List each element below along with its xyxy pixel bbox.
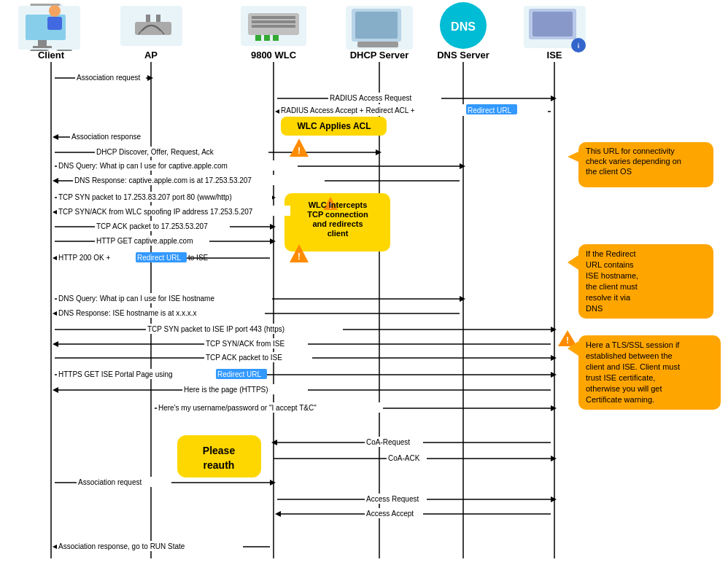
svg-text:!: ! xyxy=(298,252,301,262)
svg-rect-6 xyxy=(47,17,62,30)
svg-text:TCP ACK packet to 17.253.53.20: TCP ACK packet to 17.253.53.207 xyxy=(96,222,208,230)
svg-text:Redirect URL: Redirect URL xyxy=(137,254,181,262)
svg-rect-27 xyxy=(533,12,573,36)
svg-text:trust ISE certificate,: trust ISE certificate, xyxy=(586,373,655,382)
svg-text:Here a TLS/SSL session if: Here a TLS/SSL session if xyxy=(586,340,680,349)
svg-text:otherwise you will get: otherwise you will get xyxy=(586,384,662,393)
svg-text:Association request: Association request xyxy=(77,74,140,82)
svg-text:Association request: Association request xyxy=(78,478,142,486)
svg-text:WLC Applies ACL: WLC Applies ACL xyxy=(297,121,371,131)
svg-text:i: i xyxy=(578,42,580,50)
svg-text:and redirects: and redirects xyxy=(312,219,363,228)
svg-text:RADIUS Access Accept + Redirec: RADIUS Access Accept + Redirect ACL + xyxy=(281,106,415,114)
svg-text:Here is the page (HTTPS): Here is the page (HTTPS) xyxy=(184,386,268,394)
svg-rect-165 xyxy=(177,435,261,478)
svg-text:HTTPS GET ISE Portal Page usin: HTTPS GET ISE Portal Page using xyxy=(58,370,173,378)
svg-rect-3 xyxy=(38,40,47,46)
svg-text:Please: Please xyxy=(203,445,236,456)
svg-text:Redirect URL: Redirect URL xyxy=(217,370,261,378)
svg-text:CoA-ACK: CoA-ACK xyxy=(388,454,420,462)
svg-rect-14 xyxy=(252,20,295,23)
svg-text:HTTP 200 OK +: HTTP 200 OK + xyxy=(58,254,110,262)
svg-text:Access Accept: Access Accept xyxy=(366,510,414,518)
svg-text:client and ISE. Client must: client and ISE. Client must xyxy=(586,362,680,371)
svg-text:the client must: the client must xyxy=(586,282,638,291)
svg-text:9800 WLC: 9800 WLC xyxy=(251,50,297,61)
svg-rect-4 xyxy=(33,46,52,48)
svg-text:TCP connection: TCP connection xyxy=(307,210,368,219)
svg-rect-8 xyxy=(135,22,171,35)
svg-text:TCP SYN/ACK from ISE: TCP SYN/ACK from ISE xyxy=(206,340,285,348)
svg-rect-15 xyxy=(252,25,295,28)
svg-text:Client: Client xyxy=(38,50,65,61)
svg-text:AP: AP xyxy=(144,50,158,61)
svg-text:to ISE: to ISE xyxy=(188,254,209,262)
svg-text:HTTP GET captive.apple.com: HTTP GET captive.apple.com xyxy=(96,237,193,245)
svg-text:RADIUS Access Request: RADIUS Access Request xyxy=(330,94,411,102)
svg-rect-10 xyxy=(156,15,160,22)
svg-text:DNS Query: What ip can I use f: DNS Query: What ip can I use for captive… xyxy=(58,162,228,170)
svg-text:DHCP Discover, Offer, Request,: DHCP Discover, Offer, Request, Ack xyxy=(96,148,214,156)
svg-text:URL contains: URL contains xyxy=(586,260,634,269)
svg-text:client: client xyxy=(328,229,349,238)
svg-text:Here's my username/password or: Here's my username/password or "I accept… xyxy=(158,404,317,412)
svg-point-5 xyxy=(49,5,61,17)
svg-text:the client OS: the client OS xyxy=(586,167,632,176)
svg-text:check varies depending on: check varies depending on xyxy=(586,157,681,165)
svg-text:TCP SYN/ACK from WLC spoofing : TCP SYN/ACK from WLC spoofing IP address… xyxy=(58,208,253,216)
svg-text:TCP ACK packet to ISE: TCP ACK packet to ISE xyxy=(206,354,282,362)
svg-rect-16 xyxy=(255,35,261,41)
sequence-diagram: DNS i Client AP 9800 WLC DHCP Server DNS… xyxy=(0,0,728,573)
svg-rect-9 xyxy=(146,15,150,22)
svg-rect-22 xyxy=(357,42,398,47)
svg-text:ISE: ISE xyxy=(547,50,562,61)
svg-text:Certificate warning.: Certificate warning. xyxy=(586,395,654,404)
svg-text:This URL for connectivity: This URL for connectivity xyxy=(586,147,675,155)
svg-text:DHCP Server: DHCP Server xyxy=(350,50,409,61)
svg-text:TCP SYN packet to 17.253.83.20: TCP SYN packet to 17.253.83.207 port 80 … xyxy=(58,193,232,201)
svg-rect-21 xyxy=(355,12,398,39)
svg-text:Association response, go to RU: Association response, go to RUN State xyxy=(58,542,185,550)
svg-text:ISE hostname,: ISE hostname, xyxy=(586,271,638,280)
svg-rect-13 xyxy=(252,16,295,19)
svg-text:DNS: DNS xyxy=(451,20,476,33)
svg-text:DNS Server: DNS Server xyxy=(437,50,489,61)
svg-text:CoA-Request: CoA-Request xyxy=(366,438,410,446)
svg-text:If the Redirect: If the Redirect xyxy=(586,249,635,258)
svg-text:WLC Intercepts: WLC Intercepts xyxy=(309,200,368,209)
svg-text:!: ! xyxy=(566,335,569,346)
svg-text:DNS Response: ISE hostname is : DNS Response: ISE hostname is at x.x.x.x xyxy=(58,309,197,317)
svg-text:DNS: DNS xyxy=(586,304,603,313)
svg-text:Access Request: Access Request xyxy=(366,495,419,503)
svg-text:established between the: established between the xyxy=(586,351,673,360)
svg-text:DNS Response: captive.apple.co: DNS Response: captive.apple.com is at 17… xyxy=(74,176,252,184)
svg-rect-17 xyxy=(264,35,270,41)
svg-text:Association response: Association response xyxy=(71,133,141,141)
svg-text:!: ! xyxy=(298,146,301,156)
svg-rect-18 xyxy=(273,35,279,41)
svg-text:Redirect URL: Redirect URL xyxy=(468,106,511,114)
svg-text:DNS Query: What ip can I use f: DNS Query: What ip can I use for ISE hos… xyxy=(58,295,214,303)
svg-text:reauth: reauth xyxy=(204,459,235,471)
svg-text:resolve it via: resolve it via xyxy=(586,293,631,302)
svg-text:TCP SYN packet to ISE IP port : TCP SYN packet to ISE IP port 443 (https… xyxy=(147,325,284,333)
